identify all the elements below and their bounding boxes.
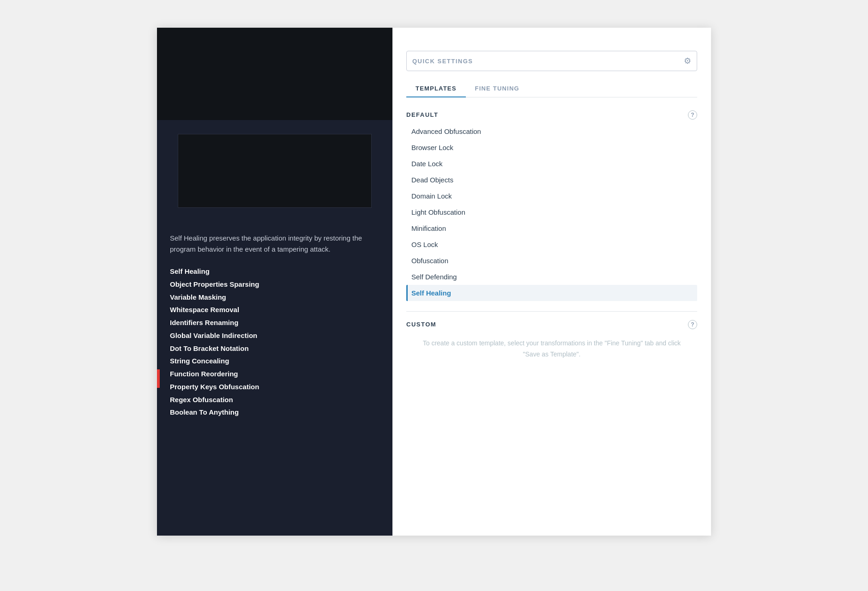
feature-item: Self Healing — [170, 265, 380, 278]
feature-item: Regex Obfuscation — [170, 393, 380, 406]
default-section-title: DEFAULT — [406, 111, 438, 118]
custom-help-icon[interactable]: ? — [688, 320, 697, 329]
template-item[interactable]: OS Lock — [406, 236, 697, 253]
feature-list: Self HealingObject Properties SparsingVa… — [170, 265, 380, 419]
feature-item: String Concealing — [170, 355, 380, 368]
template-item[interactable]: Browser Lock — [406, 139, 697, 156]
left-mid-area — [157, 120, 392, 222]
code-preview-box — [178, 134, 372, 208]
right-panel: QUICK SETTINGS ⚙ TEMPLATES FINE TUNING D… — [392, 28, 711, 536]
custom-section: CUSTOM ? To create a custom template, se… — [406, 311, 697, 360]
left-panel: Self Healing preserves the application i… — [157, 28, 392, 536]
feature-description: Self Healing preserves the application i… — [170, 233, 380, 255]
template-list: Advanced ObfuscationBrowser LockDate Loc… — [406, 123, 697, 301]
template-item[interactable]: Date Lock — [406, 156, 697, 172]
feature-item: Object Properties Sparsing — [170, 278, 380, 291]
main-container: Self Healing preserves the application i… — [157, 28, 711, 536]
template-item[interactable]: Self Defending — [406, 269, 697, 285]
default-section-header: DEFAULT ? — [406, 110, 697, 120]
template-item[interactable]: Domain Lock — [406, 188, 697, 204]
template-item[interactable]: Minification — [406, 220, 697, 236]
tab-fine-tuning[interactable]: FINE TUNING — [466, 80, 529, 97]
custom-section-header: CUSTOM ? — [406, 320, 697, 329]
feature-item: Whitespace Removal — [170, 303, 380, 316]
gear-icon[interactable]: ⚙ — [684, 56, 691, 66]
feature-item: Variable Masking — [170, 291, 380, 304]
feature-item: Boolean To Anything — [170, 406, 380, 419]
template-item[interactable]: Self Healing — [406, 285, 697, 301]
custom-section-title: CUSTOM — [406, 321, 436, 328]
left-top-dark-area — [157, 28, 392, 120]
template-item[interactable]: Obfuscation — [406, 253, 697, 269]
tabs-row: TEMPLATES FINE TUNING — [406, 80, 697, 97]
feature-item: Identifiers Renaming — [170, 316, 380, 329]
quick-settings-bar[interactable]: QUICK SETTINGS ⚙ — [406, 51, 697, 71]
template-item[interactable]: Dead Objects — [406, 172, 697, 188]
template-item[interactable]: Light Obfuscation — [406, 204, 697, 220]
feature-item: Function Reordering — [170, 368, 380, 380]
custom-description: To create a custom template, select your… — [406, 338, 697, 360]
left-content-area: Self Healing preserves the application i… — [157, 222, 392, 536]
default-help-icon[interactable]: ? — [688, 110, 697, 120]
quick-settings-label: QUICK SETTINGS — [412, 58, 684, 65]
feature-item: Property Keys Obfuscation — [170, 380, 380, 393]
tab-templates[interactable]: TEMPLATES — [406, 80, 466, 97]
feature-item: Global Variable Indirection — [170, 329, 380, 342]
feature-item: Dot To Bracket Notation — [170, 342, 380, 355]
template-item[interactable]: Advanced Obfuscation — [406, 123, 697, 139]
red-indicator — [157, 369, 160, 388]
